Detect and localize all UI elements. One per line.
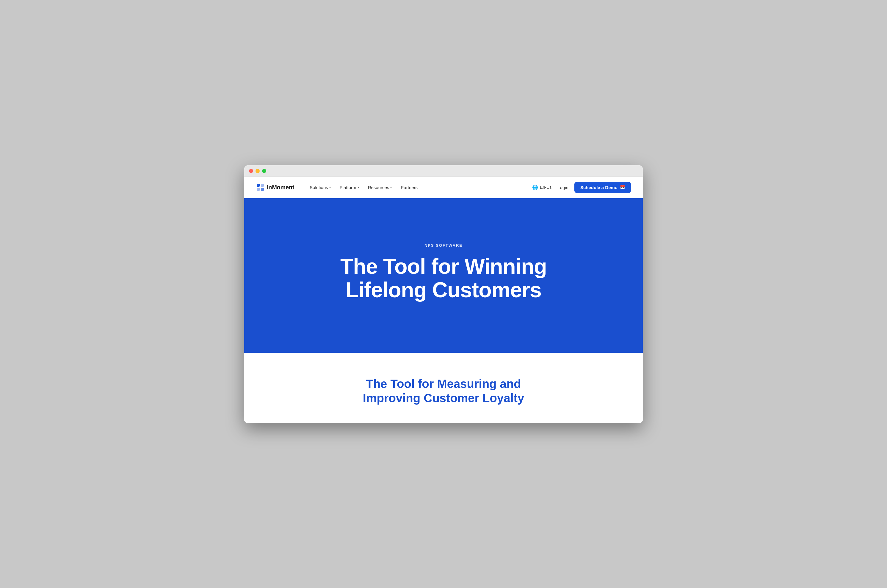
browser-chrome [244, 165, 643, 177]
nav-left: InMoment Solutions ▾ Platform ▾ Resource… [256, 183, 421, 192]
solutions-label: Solutions [310, 185, 328, 190]
lang-selector[interactable]: 🌐 En-Us [532, 184, 552, 190]
nav-link-platform[interactable]: Platform ▾ [336, 183, 362, 192]
calendar-icon: 📅 [620, 185, 625, 190]
platform-chevron-icon: ▾ [358, 186, 359, 189]
svg-rect-0 [257, 184, 260, 187]
hero-eyebrow: NPS SOFTWARE [424, 243, 463, 248]
nav-links: Solutions ▾ Platform ▾ Resources ▾ Partn… [306, 183, 421, 192]
platform-label: Platform [340, 185, 356, 190]
partners-label: Partners [401, 185, 418, 190]
resources-chevron-icon: ▾ [390, 186, 392, 189]
nav-link-partners[interactable]: Partners [397, 183, 421, 192]
traffic-light-green[interactable] [262, 169, 266, 173]
hero-section: NPS SOFTWARE The Tool for Winning Lifelo… [244, 198, 643, 353]
logo-icon [256, 183, 265, 192]
browser-window: InMoment Solutions ▾ Platform ▾ Resource… [244, 165, 643, 423]
hero-title: The Tool for Winning Lifelong Customers [310, 255, 577, 302]
svg-rect-1 [261, 184, 264, 187]
login-link[interactable]: Login [558, 185, 568, 190]
traffic-light-yellow[interactable] [256, 169, 260, 173]
svg-rect-2 [257, 188, 260, 191]
logo-container[interactable]: InMoment [256, 183, 294, 192]
solutions-chevron-icon: ▾ [329, 186, 331, 189]
globe-icon: 🌐 [532, 184, 538, 190]
schedule-demo-label: Schedule a Demo [580, 185, 618, 190]
browser-content: InMoment Solutions ▾ Platform ▾ Resource… [244, 177, 643, 423]
traffic-light-red[interactable] [249, 169, 253, 173]
lang-label: En-Us [540, 185, 552, 190]
logo-text: InMoment [267, 184, 294, 191]
nav-link-resources[interactable]: Resources ▾ [364, 183, 395, 192]
below-hero-section: The Tool for Measuring and Improving Cus… [244, 353, 643, 423]
nav-link-solutions[interactable]: Solutions ▾ [306, 183, 334, 192]
nav-right: 🌐 En-Us Login Schedule a Demo 📅 [532, 182, 631, 193]
resources-label: Resources [368, 185, 389, 190]
schedule-demo-button[interactable]: Schedule a Demo 📅 [574, 182, 631, 193]
navbar: InMoment Solutions ▾ Platform ▾ Resource… [244, 177, 643, 198]
below-hero-title: The Tool for Measuring and Improving Cus… [340, 376, 547, 405]
svg-rect-3 [261, 188, 264, 191]
